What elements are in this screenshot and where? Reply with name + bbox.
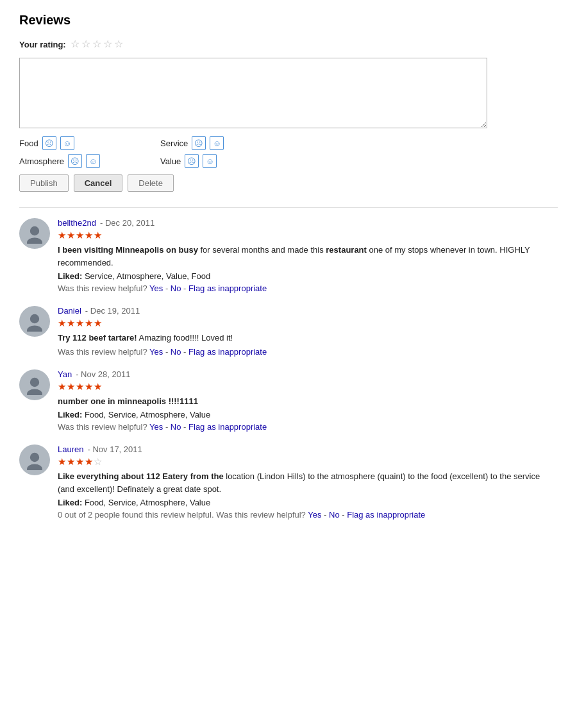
star-4[interactable]: ☆: [103, 38, 112, 50]
review-date: - Dec 20, 2011: [100, 218, 155, 228]
review-content: Lauren - Nov 17, 2011 ★ ★ ★ ★ ☆ Like eve…: [58, 444, 558, 520]
rating-row-2: Atmosphere ☹ ☺ Value ☹ ☺: [19, 154, 558, 168]
review-textarea[interactable]: [19, 58, 487, 128]
avatar: [19, 444, 50, 475]
star-filled: ★: [85, 381, 93, 393]
delete-button[interactable]: Delete: [128, 174, 174, 192]
food-sad-btn[interactable]: ☹: [42, 136, 56, 150]
service-label: Service: [160, 139, 188, 148]
rating-categories: Food ☹ ☺ Service ☹ ☺ Atmosphere ☹ ☺ Valu…: [19, 136, 558, 168]
yes-link[interactable]: Yes: [308, 510, 321, 520]
helpful-section: 0 out of 2 people found this review help…: [58, 510, 558, 520]
avatar: [19, 306, 50, 337]
review-text: number one in minneapolis !!!!1111: [58, 395, 558, 408]
star-rating[interactable]: ☆ ☆ ☆ ☆ ☆: [71, 38, 123, 50]
review-date: - Dec 19, 2011: [85, 306, 140, 316]
svg-point-7: [27, 464, 42, 470]
star-filled: ★: [67, 230, 75, 241]
review-text: I been visiting Minneapolis on busy for …: [58, 244, 558, 269]
no-link[interactable]: No: [171, 284, 181, 293]
rating-row-1: Food ☹ ☺ Service ☹ ☺: [19, 136, 558, 150]
no-link[interactable]: No: [171, 422, 181, 432]
yes-link[interactable]: Yes: [149, 347, 163, 357]
atmosphere-rating: Atmosphere ☹ ☺: [19, 154, 135, 168]
review-item: Daniel - Dec 19, 2011 ★ ★ ★ ★ ★ Try 112 …: [19, 306, 558, 357]
star-filled: ★: [76, 317, 84, 329]
svg-point-2: [30, 314, 39, 323]
reviewer-name[interactable]: Daniel: [58, 306, 81, 316]
no-link[interactable]: No: [171, 347, 181, 357]
review-stars: ★ ★ ★ ★ ★: [58, 230, 102, 241]
value-happy-btn[interactable]: ☺: [203, 154, 217, 168]
star-filled: ★: [85, 230, 93, 241]
review-item: Yan - Nov 28, 2011 ★ ★ ★ ★ ★ number one …: [19, 369, 558, 432]
liked-section: Liked: Food, Service, Atmosphere, Value: [58, 498, 558, 507]
avatar: [19, 218, 50, 249]
atmosphere-label: Atmosphere: [19, 157, 64, 166]
atmosphere-sad-btn[interactable]: ☹: [68, 154, 82, 168]
flag-link[interactable]: Flag as inappropriate: [188, 284, 267, 293]
food-rating: Food ☹ ☺: [19, 136, 135, 150]
star-2[interactable]: ☆: [81, 38, 90, 50]
review-text: Try 112 beef tartare! Amazing food!!!! L…: [58, 332, 558, 344]
star-filled: ★: [58, 317, 66, 329]
svg-point-5: [27, 389, 42, 395]
review-content: Yan - Nov 28, 2011 ★ ★ ★ ★ ★ number one …: [58, 369, 558, 432]
value-label: Value: [160, 157, 181, 166]
star-filled: ★: [76, 381, 84, 393]
cancel-button[interactable]: Cancel: [74, 174, 123, 192]
svg-point-3: [27, 325, 42, 332]
review-content: Daniel - Dec 19, 2011 ★ ★ ★ ★ ★ Try 112 …: [58, 306, 558, 357]
publish-button[interactable]: Publish: [19, 174, 69, 192]
review-item: bellthe2nd - Dec 20, 2011 ★ ★ ★ ★ ★ I be…: [19, 218, 558, 293]
star-1[interactable]: ☆: [71, 38, 79, 50]
flag-link[interactable]: Flag as inappropriate: [188, 347, 267, 357]
review-header: Yan - Nov 28, 2011: [58, 369, 558, 379]
avatar: [19, 369, 50, 400]
reviewer-name[interactable]: Yan: [58, 369, 72, 379]
star-filled: ★: [58, 230, 66, 241]
svg-point-4: [30, 377, 39, 386]
flag-link[interactable]: Flag as inappropriate: [188, 422, 267, 432]
food-label: Food: [19, 139, 38, 148]
star-filled: ★: [85, 456, 93, 468]
value-sad-btn[interactable]: ☹: [185, 154, 199, 168]
star-filled: ★: [58, 381, 66, 393]
flag-link[interactable]: Flag as inappropriate: [347, 510, 425, 520]
no-link[interactable]: No: [329, 510, 340, 520]
star-filled: ★: [94, 230, 102, 241]
star-filled: ★: [67, 381, 75, 393]
star-empty: ☆: [94, 456, 102, 468]
review-text: Like everything about 112 Eatery from th…: [58, 470, 558, 495]
rating-section: Your rating: ☆ ☆ ☆ ☆ ☆: [19, 38, 558, 50]
service-sad-btn[interactable]: ☹: [192, 136, 206, 150]
review-stars: ★ ★ ★ ★ ★: [58, 381, 102, 393]
review-header: bellthe2nd - Dec 20, 2011: [58, 218, 558, 228]
star-filled: ★: [58, 456, 66, 468]
star-filled: ★: [94, 381, 102, 393]
atmosphere-happy-btn[interactable]: ☺: [86, 154, 100, 168]
svg-point-0: [30, 226, 39, 235]
svg-point-1: [27, 237, 42, 244]
review-date: - Nov 17, 2011: [87, 444, 142, 454]
helpful-section: Was this review helpful? Yes - No - Flag…: [58, 284, 558, 293]
svg-point-6: [30, 453, 39, 462]
food-happy-btn[interactable]: ☺: [60, 136, 74, 150]
helpful-section: Was this review helpful? Yes - No - Flag…: [58, 347, 558, 357]
action-buttons: Publish Cancel Delete: [19, 174, 558, 192]
service-rating: Service ☹ ☺: [160, 136, 276, 150]
yes-link[interactable]: Yes: [149, 422, 163, 432]
star-5[interactable]: ☆: [114, 38, 123, 50]
reviewer-name[interactable]: bellthe2nd: [58, 218, 96, 228]
star-3[interactable]: ☆: [92, 38, 101, 50]
value-rating: Value ☹ ☺: [160, 154, 276, 168]
service-happy-btn[interactable]: ☺: [210, 136, 224, 150]
review-item: Lauren - Nov 17, 2011 ★ ★ ★ ★ ☆ Like eve…: [19, 444, 558, 520]
review-content: bellthe2nd - Dec 20, 2011 ★ ★ ★ ★ ★ I be…: [58, 218, 558, 293]
review-header: Lauren - Nov 17, 2011: [58, 444, 558, 454]
star-filled: ★: [67, 317, 75, 329]
reviewer-name[interactable]: Lauren: [58, 444, 83, 454]
yes-link[interactable]: Yes: [149, 284, 163, 293]
review-stars: ★ ★ ★ ★ ☆: [58, 456, 102, 468]
review-stars: ★ ★ ★ ★ ★: [58, 317, 102, 329]
